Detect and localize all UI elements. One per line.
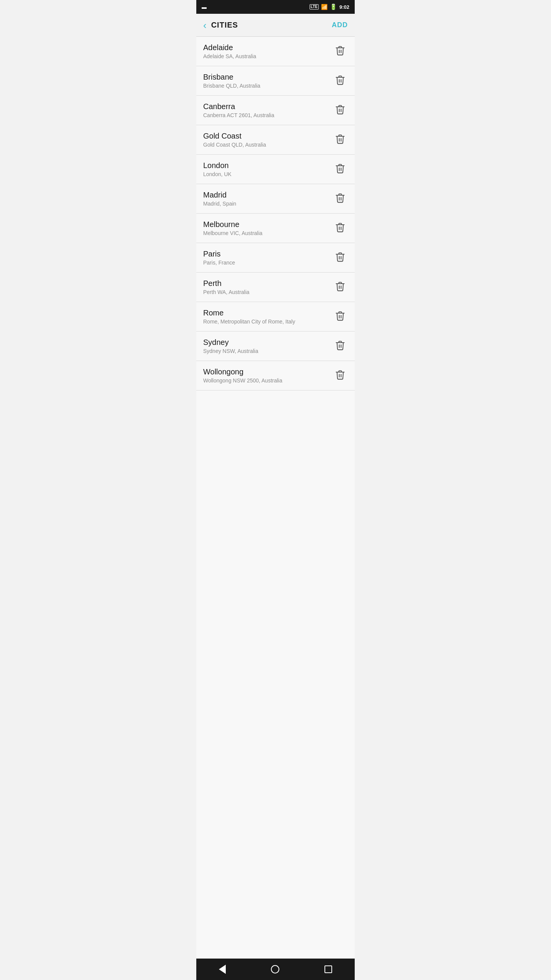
delete-city-button[interactable] — [333, 43, 348, 60]
delete-city-button[interactable] — [333, 279, 348, 296]
trash-icon — [335, 281, 346, 292]
city-info: PerthPerth WA, Australia — [203, 279, 249, 295]
city-item: WollongongWollongong NSW 2500, Australia — [196, 361, 355, 390]
city-detail: London, UK — [203, 171, 231, 177]
city-item: LondonLondon, UK — [196, 155, 355, 184]
city-detail: Gold Coast QLD, Australia — [203, 142, 266, 148]
city-name: Paris — [203, 250, 235, 258]
city-info: WollongongWollongong NSW 2500, Australia — [203, 368, 282, 384]
city-detail: Perth WA, Australia — [203, 289, 249, 295]
city-name: Melbourne — [203, 220, 262, 229]
city-info: BrisbaneBrisbane QLD, Australia — [203, 73, 260, 89]
cities-list: AdelaideAdelaide SA, Australia BrisbaneB… — [196, 37, 355, 959]
recents-nav-button[interactable] — [315, 962, 341, 976]
city-info: CanberraCanberra ACT 2601, Australia — [203, 102, 274, 118]
city-info: AdelaideAdelaide SA, Australia — [203, 43, 256, 59]
trash-icon — [335, 134, 346, 144]
city-info: Gold CoastGold Coast QLD, Australia — [203, 132, 266, 148]
recents-nav-icon — [324, 965, 332, 973]
trash-icon — [335, 193, 346, 203]
trash-icon — [335, 222, 346, 233]
city-detail: Sydney NSW, Australia — [203, 348, 258, 354]
city-name: Canberra — [203, 102, 274, 111]
battery-icon: 🔋 — [330, 3, 337, 10]
status-bar-left: ▬ — [202, 4, 207, 10]
trash-icon — [335, 310, 346, 321]
signal-icon: 📶 — [321, 4, 328, 10]
city-name: London — [203, 161, 231, 170]
delete-city-button[interactable] — [333, 249, 348, 266]
city-info: MelbourneMelbourne VIC, Australia — [203, 220, 262, 236]
bottom-nav-bar — [196, 959, 355, 980]
home-nav-icon — [271, 965, 279, 973]
status-bar: ▬ LTE 📶 🔋 9:02 — [196, 0, 355, 14]
city-info: ParisParis, France — [203, 250, 235, 266]
city-detail: Wollongong NSW 2500, Australia — [203, 377, 282, 384]
delete-city-button[interactable] — [333, 72, 348, 89]
city-item: ParisParis, France — [196, 243, 355, 273]
city-info: MadridMadrid, Spain — [203, 191, 236, 207]
nav-bar: ‹ CITIES ADD — [196, 14, 355, 37]
city-item: RomeRome, Metropolitan City of Rome, Ita… — [196, 302, 355, 332]
city-item: PerthPerth WA, Australia — [196, 273, 355, 302]
city-detail: Canberra ACT 2601, Australia — [203, 112, 274, 118]
city-detail: Adelaide SA, Australia — [203, 53, 256, 59]
add-button[interactable]: ADD — [332, 21, 348, 29]
back-nav-icon — [219, 965, 226, 974]
city-name: Rome — [203, 309, 295, 317]
delete-city-button[interactable] — [333, 220, 348, 237]
city-item: MadridMadrid, Spain — [196, 184, 355, 214]
delete-city-button[interactable] — [333, 102, 348, 119]
home-nav-button[interactable] — [262, 962, 289, 977]
city-name: Wollongong — [203, 368, 282, 376]
trash-icon — [335, 104, 346, 115]
city-detail: Madrid, Spain — [203, 201, 236, 207]
city-item: AdelaideAdelaide SA, Australia — [196, 37, 355, 66]
city-detail: Paris, France — [203, 260, 235, 266]
lte-badge: LTE — [310, 4, 319, 10]
status-bar-right: LTE 📶 🔋 9:02 — [310, 3, 349, 10]
trash-icon — [335, 252, 346, 262]
city-item: Gold CoastGold Coast QLD, Australia — [196, 125, 355, 155]
sim-icon: ▬ — [202, 4, 207, 10]
delete-city-button[interactable] — [333, 190, 348, 207]
trash-icon — [335, 340, 346, 351]
city-name: Perth — [203, 279, 249, 288]
city-item: SydneySydney NSW, Australia — [196, 332, 355, 361]
city-info: LondonLondon, UK — [203, 161, 231, 177]
trash-icon — [335, 369, 346, 380]
city-info: SydneySydney NSW, Australia — [203, 338, 258, 354]
trash-icon — [335, 163, 346, 174]
city-name: Sydney — [203, 338, 258, 347]
back-button[interactable]: ‹ — [203, 19, 210, 32]
time-display: 9:02 — [339, 4, 349, 10]
trash-icon — [335, 45, 346, 56]
city-item: BrisbaneBrisbane QLD, Australia — [196, 66, 355, 96]
page-title: CITIES — [210, 21, 332, 29]
delete-city-button[interactable] — [333, 161, 348, 178]
delete-city-button[interactable] — [333, 338, 348, 354]
delete-city-button[interactable] — [333, 367, 348, 384]
city-info: RomeRome, Metropolitan City of Rome, Ita… — [203, 309, 295, 325]
city-detail: Brisbane QLD, Australia — [203, 83, 260, 89]
city-name: Adelaide — [203, 43, 256, 52]
city-detail: Melbourne VIC, Australia — [203, 230, 262, 236]
city-item: CanberraCanberra ACT 2601, Australia — [196, 96, 355, 125]
delete-city-button[interactable] — [333, 308, 348, 325]
delete-city-button[interactable] — [333, 131, 348, 148]
back-nav-button[interactable] — [210, 962, 235, 977]
city-detail: Rome, Metropolitan City of Rome, Italy — [203, 318, 295, 325]
city-name: Brisbane — [203, 73, 260, 82]
trash-icon — [335, 75, 346, 85]
city-name: Madrid — [203, 191, 236, 199]
city-item: MelbourneMelbourne VIC, Australia — [196, 214, 355, 243]
city-name: Gold Coast — [203, 132, 266, 140]
